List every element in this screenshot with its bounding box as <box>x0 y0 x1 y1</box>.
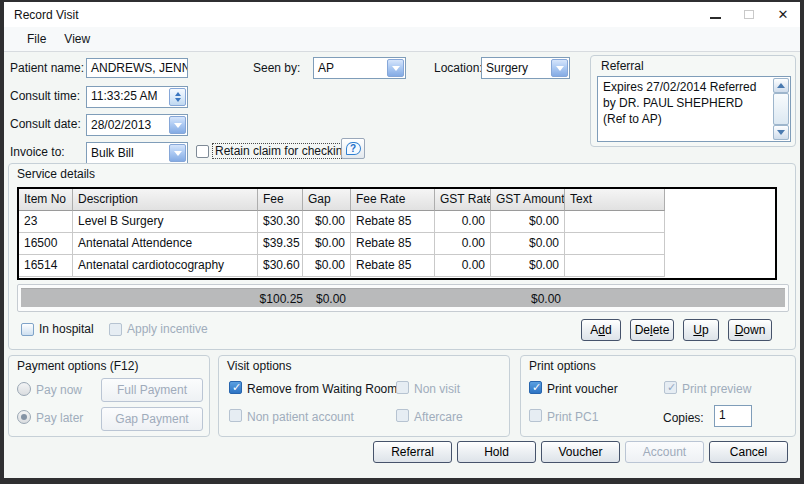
seen-by-label: Seen by: <box>253 61 300 75</box>
patient-name-input[interactable]: ANDREWS, JENNIFE <box>86 58 188 78</box>
apply-incentive-checkbox <box>109 323 122 336</box>
retain-claim-checkbox[interactable] <box>196 145 209 158</box>
help-button[interactable]: ? <box>341 138 365 159</box>
cell-gst-rate: 0.00 <box>435 211 491 233</box>
cell-item-no: 16514 <box>19 255 73 277</box>
cell-item-no: 16500 <box>19 233 73 255</box>
title-bar: Record Visit ✕ <box>4 2 800 27</box>
print-preview-label: Print preview <box>682 382 751 396</box>
close-button[interactable]: ✕ <box>766 2 800 27</box>
seen-by-combo[interactable]: AP <box>313 57 406 79</box>
print-pc1-label: Print PC1 <box>547 410 598 424</box>
print-pc1-checkbox <box>529 409 542 422</box>
scroll-up-icon <box>777 83 785 88</box>
location-combo[interactable]: Surgery <box>481 57 570 79</box>
menu-bar: File View <box>4 27 800 52</box>
table-row[interactable]: 16514 Antenatal cardiotocography $30.60 … <box>19 255 775 277</box>
invoice-to-dropdown-button[interactable] <box>169 144 186 162</box>
voucher-button[interactable]: Voucher <box>541 441 620 463</box>
cell-description: Antenatal cardiotocography <box>73 255 258 277</box>
pay-now-radio <box>17 382 31 396</box>
remove-from-waiting-room-checkbox[interactable] <box>229 381 242 394</box>
col-description: Description <box>73 189 258 211</box>
print-preview-checkbox <box>664 381 677 394</box>
menu-file[interactable]: File <box>18 29 55 49</box>
cell-fee: $39.35 <box>258 233 303 255</box>
invoice-to-label: Invoice to: <box>10 145 65 159</box>
maximize-button <box>732 2 766 27</box>
cell-gst-rate: 0.00 <box>435 233 491 255</box>
hold-button[interactable]: Hold <box>457 441 536 463</box>
non-visit-checkbox <box>396 381 409 394</box>
non-patient-account-checkbox <box>229 409 242 422</box>
referral-textbox[interactable]: Expires 27/02/2014 Referred by DR. PAUL … <box>597 76 791 142</box>
down-button[interactable]: Down <box>728 319 772 341</box>
in-hospital-checkbox[interactable] <box>21 323 34 336</box>
referral-group-title: Referral <box>601 59 644 73</box>
non-visit-label: Non visit <box>414 382 460 396</box>
add-button[interactable]: Add <box>581 319 621 341</box>
print-voucher-checkbox[interactable] <box>529 381 542 394</box>
cell-gst-amount: $0.00 <box>491 233 565 255</box>
cell-item-no: 23 <box>19 211 73 233</box>
cell-fee: $30.60 <box>258 255 303 277</box>
scrollbar-thumb[interactable] <box>773 93 789 125</box>
chevron-down-icon <box>392 66 400 71</box>
cell-text <box>565 233 665 255</box>
location-dropdown-button[interactable] <box>551 59 568 77</box>
col-gap: Gap <box>303 189 351 211</box>
visit-options-title: Visit options <box>227 359 291 373</box>
dialog-content: Patient name: ANDREWS, JENNIFE Consult t… <box>4 52 800 478</box>
total-gst: $0.00 <box>485 292 561 306</box>
consult-date-dropdown-button[interactable] <box>169 116 186 134</box>
up-button[interactable]: Up <box>683 319 719 341</box>
scroll-down-icon <box>777 130 785 135</box>
referral-scrollbar[interactable] <box>773 78 789 140</box>
consult-date-combo[interactable]: 28/02/2013 <box>86 114 188 136</box>
referral-group: Referral Expires 27/02/2014 Referred by … <box>590 55 796 147</box>
menu-view[interactable]: View <box>55 29 99 49</box>
cell-text <box>565 211 665 233</box>
minimize-button[interactable] <box>698 2 732 27</box>
copies-input[interactable]: 1 <box>714 405 752 427</box>
total-fee: $100.25 <box>181 292 303 306</box>
col-text: Text <box>565 189 665 211</box>
cell-text <box>565 255 665 277</box>
scroll-up-button[interactable] <box>773 78 789 93</box>
table-row[interactable]: 23 Level B Surgery $30.30 $0.00 Rebate 8… <box>19 211 775 233</box>
service-table: Item No Description Fee Gap Fee Rate GST… <box>17 187 777 280</box>
aftercare-label: Aftercare <box>414 410 463 424</box>
table-row[interactable]: 16500 Antenatal Attendence $39.35 $0.00 … <box>19 233 775 255</box>
cell-fee: $30.30 <box>258 211 303 233</box>
seen-by-dropdown-button[interactable] <box>387 59 404 77</box>
total-gap: $0.00 <box>313 292 346 306</box>
account-button: Account <box>625 441 704 463</box>
row-buttons: Add Delete Up Down <box>581 319 772 341</box>
service-details-group: Service details Item No Description Fee … <box>8 163 796 350</box>
cell-gap: $0.00 <box>303 211 351 233</box>
invoice-to-combo[interactable]: Bulk Bill <box>86 142 188 164</box>
print-options-title: Print options <box>529 359 596 373</box>
seen-by-value: AP <box>318 61 334 75</box>
cell-gst-amount: $0.00 <box>491 211 565 233</box>
cell-gap: $0.00 <box>303 255 351 277</box>
consult-time-spinner[interactable] <box>169 88 186 106</box>
spin-up-icon <box>175 92 181 96</box>
retain-claim-label: Retain claim for checking <box>212 143 352 159</box>
window-title: Record Visit <box>14 8 78 22</box>
pay-later-label: Pay later <box>36 411 83 425</box>
consult-date-label: Consult date: <box>10 117 81 131</box>
location-value: Surgery <box>486 61 528 75</box>
invoice-to-value: Bulk Bill <box>91 146 134 160</box>
referral-button[interactable]: Referral <box>373 441 452 463</box>
visit-options-group: Visit options Remove from Waiting Room N… <box>218 355 510 437</box>
consult-date-value: 28/02/2013 <box>91 118 151 132</box>
cancel-button[interactable]: Cancel <box>709 441 788 463</box>
table-header-row: Item No Description Fee Gap Fee Rate GST… <box>19 189 775 211</box>
delete-button[interactable]: Delete <box>630 319 674 341</box>
chevron-down-icon <box>556 66 564 71</box>
print-voucher-label: Print voucher <box>547 382 618 396</box>
cell-fee-rate: Rebate 85 <box>351 233 435 255</box>
scroll-down-button[interactable] <box>773 125 789 140</box>
consult-time-input[interactable]: 11:33:25 AM <box>86 86 188 108</box>
